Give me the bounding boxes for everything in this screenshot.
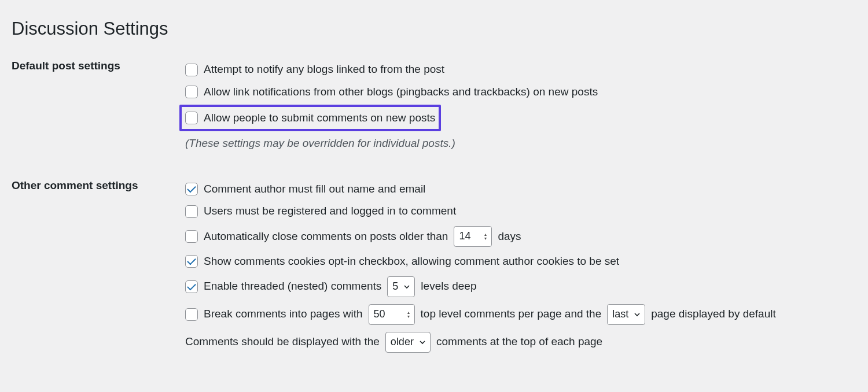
chevron-down-icon [633,310,641,319]
section-default-post-heading: Default post settings [12,58,185,177]
label-paginate-mid: top level comments per page and the [421,306,602,322]
highlighted-allow-comments-row: Allow people to submit comments on new p… [179,105,441,132]
checkbox-cookies-optin[interactable] [185,255,198,268]
label-paginate-pre: Break comments into pages with [204,306,363,322]
select-comment-order[interactable]: older [385,332,431,353]
label-paginate-post: page displayed by default [651,306,776,322]
label-require-registration: Users must be registered and logged in t… [204,204,456,219]
input-close-after-days[interactable]: 14 ▴▾ [454,226,492,247]
chevron-down-icon [403,283,411,291]
label-allow-pingbacks: Allow link notifications from other blog… [204,84,598,100]
label-comment-order-post: comments at the top of each page [436,334,602,350]
label-comment-order-pre: Comments should be displayed with the [185,334,380,350]
label-threaded-post: levels deep [421,279,476,294]
chevron-down-icon [418,338,426,346]
label-auto-close-pre: Automatically close comments on posts ol… [204,229,448,245]
stepper-icon: ▴▾ [407,310,410,319]
page-title: Discussion Settings [12,16,856,41]
checkbox-allow-comments[interactable] [185,112,198,124]
select-thread-depth[interactable]: 5 [387,276,415,297]
checkbox-require-name-email[interactable] [185,183,198,195]
select-comment-order-value: older [391,335,414,349]
label-allow-comments: Allow people to submit comments on new p… [204,110,435,126]
select-default-page[interactable]: last [607,304,645,325]
label-cookies-optin: Show comments cookies opt-in checkbox, a… [204,254,619,269]
checkbox-auto-close-comments[interactable] [185,230,198,243]
checkbox-threaded-comments[interactable] [185,280,198,293]
input-comments-per-page[interactable]: 50 ▴▾ [369,304,415,325]
stepper-icon: ▴▾ [484,232,487,241]
label-threaded-pre: Enable threaded (nested) comments [204,279,381,294]
checkbox-allow-pingbacks[interactable] [185,86,198,98]
checkbox-paginate-comments[interactable] [185,308,198,321]
section-other-comment-heading: Other comment settings [12,178,185,379]
input-comments-per-page-value: 50 [374,307,385,321]
label-auto-close-post: days [498,229,521,245]
checkbox-notify-linked-blogs[interactable] [185,64,198,76]
select-default-page-value: last [612,307,628,321]
label-require-name-email: Comment author must fill out name and em… [204,182,425,197]
checkbox-require-registration[interactable] [185,205,198,218]
default-post-note: (These settings may be overridden for in… [185,132,856,155]
select-thread-depth-value: 5 [392,279,398,294]
input-close-after-days-value: 14 [459,229,470,243]
label-notify-linked-blogs: Attempt to notify any blogs linked to fr… [204,62,444,77]
